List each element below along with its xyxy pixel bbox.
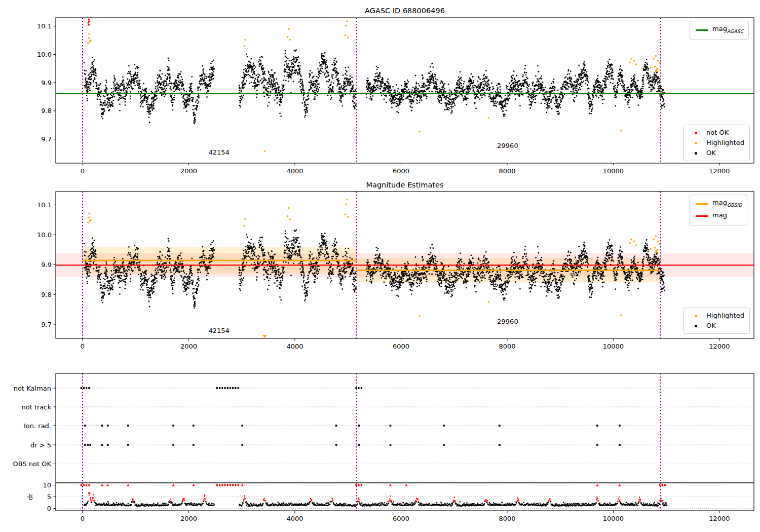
ok-point (239, 90, 240, 91)
ok-point (185, 276, 186, 278)
ok-point (332, 274, 334, 275)
ok-point (471, 254, 472, 256)
ok-point (257, 80, 258, 81)
ok-point (346, 256, 348, 258)
ok-point (367, 80, 369, 82)
ok-point (335, 251, 337, 252)
ok-point (139, 261, 141, 263)
dr-point (440, 502, 442, 503)
ok-point (525, 256, 527, 257)
ok-point (330, 98, 332, 100)
ok-point (151, 290, 153, 291)
ok-point (426, 279, 428, 280)
legend-row: Highlighted (688, 311, 744, 321)
ok-point (274, 79, 275, 80)
ok-point (504, 104, 506, 106)
ok-point (541, 271, 542, 273)
ok-point (411, 284, 412, 286)
ok-point (507, 268, 509, 270)
ok-point (493, 103, 495, 104)
dr-point (565, 504, 566, 505)
ok-point (471, 87, 473, 89)
ok-point (267, 276, 268, 278)
ok-point (582, 258, 584, 260)
ok-point (147, 106, 148, 107)
ok-point (401, 97, 403, 98)
ok-point (627, 101, 628, 103)
ok-point (426, 268, 428, 269)
ok-point (557, 282, 558, 284)
ok-point (143, 83, 144, 85)
ok-point (522, 76, 524, 78)
ok-point (636, 272, 637, 274)
ok-point (494, 276, 496, 277)
ok-point (129, 87, 130, 89)
ok-point (497, 87, 499, 89)
dr-point-red (485, 501, 486, 502)
ok-point (522, 256, 524, 257)
ok-point (505, 289, 506, 291)
ok-point (451, 295, 453, 296)
ok-point (318, 273, 319, 274)
ok-point (443, 265, 444, 267)
dr-point (255, 504, 257, 505)
ok-point (446, 279, 448, 281)
ok-point (270, 274, 272, 275)
ok-point (471, 81, 472, 82)
ok-point (349, 257, 351, 258)
ok-point (108, 288, 109, 289)
ok-point (90, 84, 91, 86)
ok-point (198, 278, 200, 280)
ok-point (281, 84, 283, 86)
ok-point (627, 280, 629, 281)
dr-point-red (244, 495, 245, 497)
ok-point (285, 53, 286, 54)
ok-point (260, 244, 262, 245)
ok-point (324, 52, 326, 54)
ok-point (169, 69, 170, 71)
ok-point (603, 259, 605, 261)
ok-point (586, 71, 588, 73)
ok-point (316, 273, 317, 274)
ok-point (158, 90, 159, 91)
ok-point (483, 88, 485, 89)
ok-point (573, 273, 574, 274)
ok-point (110, 277, 111, 278)
ok-point (183, 270, 184, 272)
ok-point (244, 255, 245, 256)
ok-point (160, 70, 161, 71)
ok-point (203, 71, 204, 73)
ok-point (506, 85, 507, 87)
ok-point (557, 272, 559, 274)
ok-point (270, 86, 272, 88)
ok-point (162, 73, 163, 74)
ok-point (206, 279, 208, 281)
ok-point (243, 69, 245, 70)
ok-point (271, 83, 272, 84)
ok-point (325, 67, 326, 69)
ok-point (376, 66, 377, 67)
ok-point (421, 97, 422, 98)
dr-point-red (184, 500, 185, 501)
ok-point (425, 91, 426, 92)
ok-point (607, 248, 609, 249)
ok-point (533, 99, 534, 101)
ok-point (102, 296, 104, 298)
ok-point (292, 251, 293, 253)
ok-point (512, 274, 513, 275)
ok-point (283, 261, 284, 263)
ok-point (445, 91, 446, 93)
ok-point (212, 251, 213, 252)
ok-point (94, 79, 96, 80)
ok-point (587, 85, 588, 86)
ok-point (177, 75, 179, 77)
ok-point (340, 91, 341, 92)
ok-point (396, 284, 398, 285)
ok-point (323, 244, 325, 246)
ok-point (185, 274, 187, 275)
ok-point (105, 261, 107, 263)
ok-point (112, 274, 114, 275)
ok-point (493, 105, 495, 106)
legend-label: Highlighted (706, 138, 744, 148)
ok-point (544, 272, 545, 273)
